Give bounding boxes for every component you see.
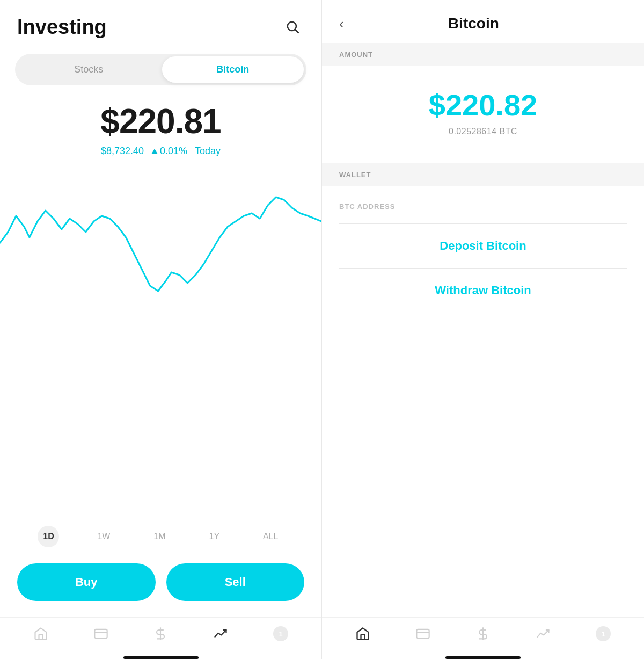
right-nav-notifications[interactable]: 1 xyxy=(596,626,611,641)
chart-container xyxy=(0,162,321,520)
tabs-pill: Stocks Bitcoin xyxy=(15,54,306,85)
time-all[interactable]: ALL xyxy=(258,528,283,545)
price-change: 0.01% xyxy=(151,146,187,157)
right-nav-investing[interactable] xyxy=(536,626,551,641)
right-dollar-icon xyxy=(475,626,491,641)
back-button[interactable]: ‹ xyxy=(339,16,344,32)
right-panel: ‹ Bitcoin AMOUNT $220.82 0.02528614 BTC … xyxy=(322,0,644,659)
left-header: Investing xyxy=(0,0,321,49)
deposit-bitcoin-text: Deposit Bitcoin xyxy=(440,239,526,252)
svg-rect-3 xyxy=(94,629,107,638)
right-header: ‹ Bitcoin xyxy=(322,0,644,43)
price-change-value: 0.01% xyxy=(160,146,187,157)
price-chart xyxy=(0,168,321,318)
right-news-icon xyxy=(415,626,430,641)
amount-section: $220.82 0.02528614 BTC xyxy=(322,66,644,163)
time-1m[interactable]: 1M xyxy=(148,528,171,545)
svg-rect-7 xyxy=(416,629,429,638)
amount-btc: 0.02528614 BTC xyxy=(449,127,517,136)
right-spacer xyxy=(322,313,644,617)
svg-point-0 xyxy=(288,22,296,31)
right-nav-cash[interactable] xyxy=(475,626,491,641)
deposit-bitcoin-link[interactable]: Deposit Bitcoin xyxy=(322,224,644,268)
right-bottom-nav: 1 xyxy=(322,617,644,652)
left-panel: Investing Stocks Bitcoin $220.81 $8,732.… xyxy=(0,0,322,659)
amount-section-header: AMOUNT xyxy=(322,43,644,66)
svg-line-1 xyxy=(295,30,298,33)
price-section: $220.81 $8,732.40 0.01% Today xyxy=(0,85,321,162)
price-sub: $8,732.40 xyxy=(101,146,144,157)
btc-address-label: BTC ADDRESS xyxy=(339,202,627,211)
price-period: Today xyxy=(195,146,221,157)
svg-rect-2 xyxy=(39,634,42,639)
left-home-indicator xyxy=(123,656,199,659)
nav-notifications[interactable]: 1 xyxy=(273,626,288,641)
dollar-icon xyxy=(153,626,168,641)
nav-home[interactable] xyxy=(33,626,48,641)
search-button[interactable] xyxy=(281,15,304,39)
tab-bitcoin[interactable]: Bitcoin xyxy=(162,56,304,83)
home-icon xyxy=(33,626,48,641)
right-nav-news[interactable] xyxy=(415,626,430,641)
withdraw-bitcoin-text: Withdraw Bitcoin xyxy=(435,284,531,297)
right-nav-home[interactable] xyxy=(355,626,370,641)
notification-badge: 1 xyxy=(273,626,288,641)
wallet-section: BTC ADDRESS xyxy=(322,186,644,223)
time-range: 1D 1W 1M 1Y ALL xyxy=(0,520,321,558)
svg-rect-6 xyxy=(361,634,365,639)
tabs-container: Stocks Bitcoin xyxy=(0,49,321,85)
search-icon xyxy=(285,19,300,34)
time-1y[interactable]: 1Y xyxy=(204,528,225,545)
sell-button[interactable]: Sell xyxy=(166,563,305,601)
left-bottom-nav: 1 xyxy=(0,617,321,652)
page-title: Investing xyxy=(17,16,107,39)
action-buttons: Buy Sell xyxy=(0,558,321,617)
nav-news[interactable] xyxy=(93,626,108,641)
right-investing-icon xyxy=(536,626,551,641)
tab-stocks[interactable]: Stocks xyxy=(18,56,160,83)
nav-investing[interactable] xyxy=(213,626,228,641)
buy-button[interactable]: Buy xyxy=(17,563,156,601)
investing-icon xyxy=(213,626,228,641)
main-price: $220.81 xyxy=(17,102,304,141)
news-icon xyxy=(93,626,108,641)
arrow-up-icon xyxy=(151,149,158,154)
withdraw-bitcoin-link[interactable]: Withdraw Bitcoin xyxy=(322,269,644,313)
price-meta: $8,732.40 0.01% Today xyxy=(17,146,304,157)
time-1d[interactable]: 1D xyxy=(38,526,59,547)
nav-cash[interactable] xyxy=(153,626,168,641)
time-1w[interactable]: 1W xyxy=(92,528,115,545)
amount-value: $220.82 xyxy=(429,88,537,122)
right-title: Bitcoin xyxy=(353,15,595,32)
wallet-section-header: WALLET xyxy=(322,163,644,186)
right-home-indicator xyxy=(445,656,521,659)
right-home-icon xyxy=(355,626,370,641)
right-notification-badge: 1 xyxy=(596,626,611,641)
